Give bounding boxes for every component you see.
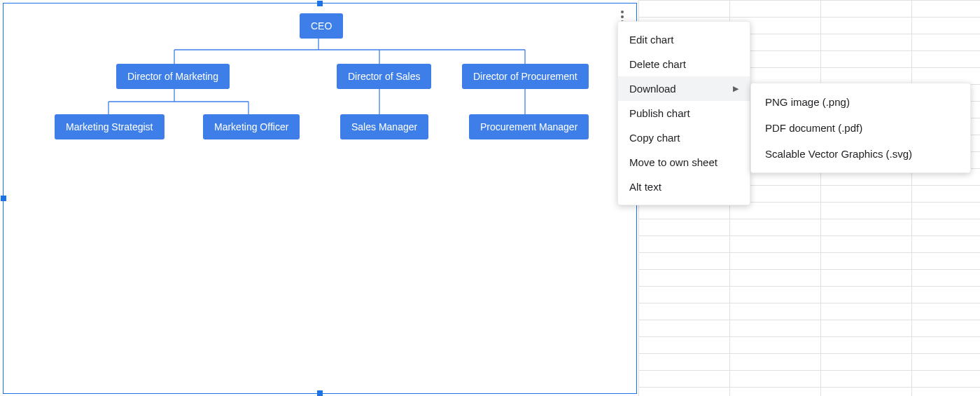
- menu-item-label: Edit chart: [629, 34, 673, 46]
- submenu-pdf[interactable]: PDF document (.pdf): [751, 115, 970, 141]
- chart-container[interactable]: CEO Director of Marketing Director of Sa…: [3, 3, 637, 394]
- org-node-marketing-strategist: Marketing Strategist: [55, 114, 164, 139]
- menu-item-label: Move to own sheet: [629, 156, 718, 168]
- menu-edit-chart[interactable]: Edit chart: [618, 27, 750, 52]
- download-submenu: PNG image (.png) PDF document (.pdf) Sca…: [750, 83, 971, 173]
- menu-item-label: Download: [629, 83, 676, 95]
- menu-download[interactable]: Download ▶: [618, 76, 750, 101]
- org-node-sales-manager: Sales Manager: [340, 114, 428, 139]
- resize-handle-bottom[interactable]: [317, 390, 323, 396]
- menu-item-label: Alt text: [629, 181, 662, 193]
- org-node-ceo: CEO: [300, 13, 343, 39]
- org-node-director-procurement: Director of Procurement: [462, 64, 589, 89]
- menu-item-label: Delete chart: [629, 58, 686, 70]
- menu-item-label: Copy chart: [629, 132, 680, 144]
- menu-alt-text[interactable]: Alt text: [618, 175, 750, 199]
- org-node-marketing-officer: Marketing Officer: [203, 114, 300, 139]
- org-chart: CEO Director of Marketing Director of Sa…: [4, 4, 636, 13]
- org-node-director-sales: Director of Sales: [337, 64, 431, 89]
- org-node-procurement-manager: Procurement Manager: [469, 114, 589, 139]
- chevron-right-icon: ▶: [733, 84, 738, 93]
- menu-item-label: Publish chart: [629, 107, 690, 119]
- resize-handle-left[interactable]: [1, 196, 6, 201]
- menu-publish-chart[interactable]: Publish chart: [618, 101, 750, 125]
- menu-copy-chart[interactable]: Copy chart: [618, 125, 750, 150]
- submenu-png[interactable]: PNG image (.png): [751, 89, 970, 115]
- menu-move-to-own-sheet[interactable]: Move to own sheet: [618, 150, 750, 175]
- menu-item-label: PDF document (.pdf): [765, 122, 862, 134]
- org-node-director-marketing: Director of Marketing: [116, 64, 230, 89]
- menu-item-label: PNG image (.png): [765, 96, 850, 108]
- menu-item-label: Scalable Vector Graphics (.svg): [765, 148, 912, 160]
- menu-delete-chart[interactable]: Delete chart: [618, 52, 750, 76]
- chart-context-menu: Edit chart Delete chart Download ▶ Publi…: [617, 21, 750, 205]
- submenu-svg[interactable]: Scalable Vector Graphics (.svg): [751, 141, 970, 167]
